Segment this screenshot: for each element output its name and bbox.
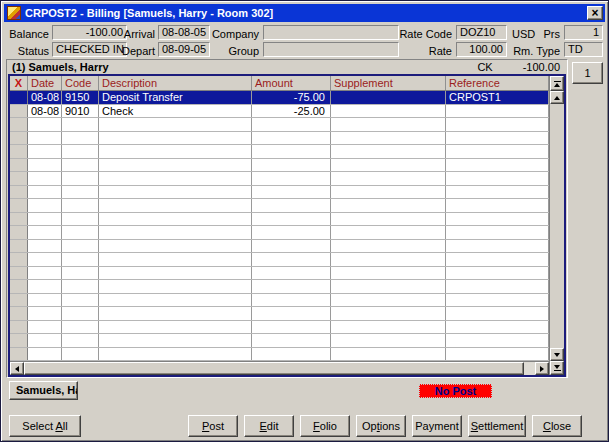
table-cell — [252, 199, 331, 212]
table-cell — [252, 307, 331, 320]
close-icon[interactable]: × — [587, 6, 603, 20]
table-row[interactable] — [10, 118, 549, 132]
vertical-scroll-track[interactable] — [550, 104, 564, 348]
table-cell — [62, 280, 99, 293]
table-cell — [62, 226, 99, 239]
post-button[interactable]: Post — [188, 415, 238, 437]
table-row[interactable] — [10, 213, 549, 227]
table-cell — [28, 172, 62, 185]
table-row[interactable] — [10, 132, 549, 146]
depart-field[interactable]: 08-09-05 — [158, 42, 210, 57]
table-row[interactable] — [10, 159, 549, 173]
table-row[interactable] — [10, 294, 549, 308]
table-row[interactable] — [10, 280, 549, 294]
column-header-date[interactable]: Date — [28, 76, 62, 90]
table-cell — [446, 213, 549, 226]
table-cell — [10, 280, 28, 293]
close-button[interactable]: Close — [532, 415, 582, 437]
options-button[interactable]: Options — [356, 415, 406, 437]
table-cell — [252, 280, 331, 293]
horizontal-scroll-track[interactable] — [524, 362, 535, 375]
table-cell — [331, 253, 446, 266]
folio-button[interactable]: Folio — [300, 415, 350, 437]
scroll-down-button[interactable] — [550, 348, 564, 361]
table-row[interactable] — [10, 267, 549, 281]
down-arrow-icon — [554, 353, 560, 357]
group-field[interactable] — [263, 42, 399, 57]
horizontal-scroll-thumb[interactable] — [24, 362, 524, 375]
postings-grid-main: X Date Code Description Amount Supplemen… — [10, 76, 549, 375]
title-bar[interactable]: CRPOST2 - Billing [Samuels, Harry - Room… — [4, 4, 605, 22]
column-header-reference[interactable]: Reference — [446, 76, 549, 90]
horizontal-scrollbar[interactable] — [10, 361, 549, 375]
vertical-scrollbar[interactable] — [549, 76, 564, 375]
table-cell — [331, 267, 446, 280]
edit-button[interactable]: Edit — [244, 415, 294, 437]
rm-type-field[interactable]: TD — [564, 42, 603, 57]
up-arrow-icon — [554, 83, 560, 87]
row-select-cell[interactable] — [10, 91, 28, 104]
table-row[interactable] — [10, 199, 549, 213]
table-cell — [62, 240, 99, 253]
table-cell — [252, 118, 331, 131]
table-cell — [446, 199, 549, 212]
table-cell — [62, 186, 99, 199]
supplement-cell — [331, 91, 446, 104]
scroll-left-icon[interactable] — [10, 362, 24, 375]
table-row[interactable] — [10, 240, 549, 254]
window-icon — [7, 6, 21, 20]
table-cell — [446, 118, 549, 131]
table-cell — [446, 307, 549, 320]
table-cell — [446, 172, 549, 185]
table-row[interactable] — [10, 321, 549, 335]
column-header-code[interactable]: Code — [62, 76, 99, 90]
column-header-supplement[interactable]: Supplement — [331, 76, 446, 90]
company-field[interactable] — [263, 25, 399, 40]
table-cell — [331, 132, 446, 145]
column-header-description[interactable]: Description — [99, 76, 252, 90]
table-cell — [99, 348, 252, 361]
scroll-up-button[interactable] — [550, 91, 564, 104]
table-cell — [446, 159, 549, 172]
table-cell — [99, 118, 252, 131]
settlement-button[interactable]: Settlement — [468, 415, 526, 437]
table-cell — [331, 186, 446, 199]
row-select-cell[interactable] — [10, 105, 28, 118]
table-cell — [62, 159, 99, 172]
rate-field[interactable]: 100.00 — [456, 42, 507, 57]
guest-tab[interactable]: Samuels, Ha — [9, 381, 78, 400]
table-row[interactable] — [10, 307, 549, 321]
table-cell — [446, 334, 549, 347]
payment-button[interactable]: Payment — [412, 415, 462, 437]
folio-page-1-button[interactable]: 1 — [572, 62, 603, 84]
table-row[interactable] — [10, 348, 549, 362]
table-row[interactable]: 08-08 9010 Check -25.00 — [10, 105, 549, 119]
scroll-to-bottom-button[interactable] — [550, 361, 564, 375]
table-row[interactable] — [10, 172, 549, 186]
table-cell — [252, 321, 331, 334]
rate-code-field[interactable]: DOZ10 — [456, 25, 507, 40]
table-row[interactable] — [10, 186, 549, 200]
table-row[interactable] — [10, 145, 549, 159]
record-panel: (1) Samuels, Harry CK -100.00 X Date Cod… — [6, 59, 568, 378]
scroll-right-icon[interactable] — [535, 362, 549, 375]
table-row[interactable] — [10, 226, 549, 240]
table-cell — [28, 145, 62, 158]
date-cell: 08-08 — [28, 91, 62, 104]
column-header-amount[interactable]: Amount — [252, 76, 331, 90]
table-cell — [99, 199, 252, 212]
table-row[interactable]: 08-08 9150 Deposit Transfer -75.00 CRPOS… — [10, 91, 549, 105]
table-cell — [62, 334, 99, 347]
table-cell — [446, 348, 549, 361]
select-all-button[interactable]: Select All — [9, 415, 81, 437]
table-cell — [10, 172, 28, 185]
column-header-x[interactable]: X — [10, 76, 28, 90]
table-row[interactable] — [10, 253, 549, 267]
scroll-to-top-button[interactable] — [550, 76, 564, 91]
table-cell — [62, 213, 99, 226]
arrival-field[interactable]: 08-08-05 — [158, 25, 210, 40]
table-cell — [252, 172, 331, 185]
prs-label: Prs — [529, 28, 560, 40]
prs-field[interactable]: 1 — [564, 25, 603, 40]
table-row[interactable] — [10, 334, 549, 348]
